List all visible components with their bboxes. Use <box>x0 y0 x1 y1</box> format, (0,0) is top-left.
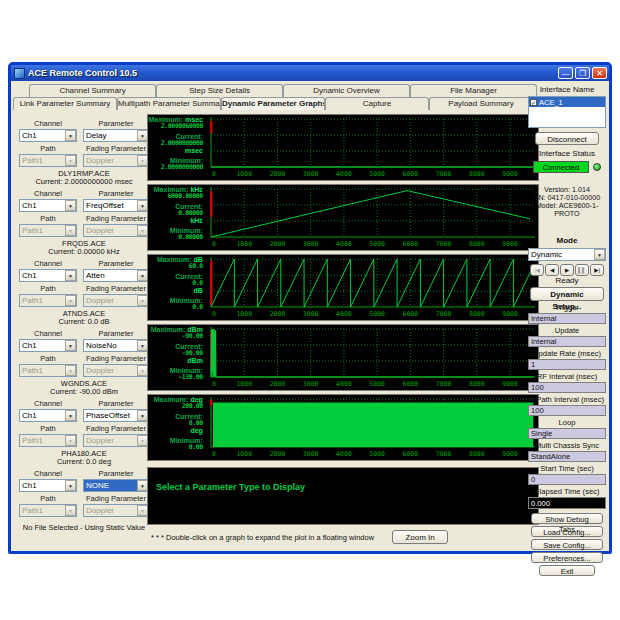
fading-parameter-select: Doppler▼ <box>83 504 149 517</box>
svg-text:8000: 8000 <box>469 170 485 178</box>
plot-canvas[interactable]: 0100020003000400050006000700080009000 <box>205 325 538 390</box>
chevron-down-icon[interactable]: ▼ <box>65 340 76 351</box>
plot-canvas[interactable]: 0100020003000400050006000700080009000 <box>205 115 538 180</box>
parameter-select[interactable]: NONE▼ <box>83 479 149 492</box>
graph-noise[interactable]: Maximum:dBm -90.00 Current: -90.00 dBm M… <box>147 324 539 391</box>
tab-capture[interactable]: Capture <box>325 97 429 110</box>
update-rate-label: Update Rate (msec) <box>528 350 606 358</box>
parameter-select[interactable]: NoiseNo▼ <box>83 339 149 352</box>
mpath-interval-field[interactable]: 100 <box>528 405 606 416</box>
minimize-button[interactable]: — <box>558 67 573 79</box>
maximize-button[interactable]: ❐ <box>575 67 590 79</box>
skip-to-end-button[interactable]: ▶| <box>590 264 604 276</box>
loop-field[interactable]: Single <box>528 428 606 439</box>
graph-freqoffset[interactable]: Maximum:kHz 6000.00000 Current: 0.00000 … <box>147 184 539 251</box>
chevron-down-icon[interactable]: ▼ <box>594 249 605 260</box>
svg-text:4000: 4000 <box>336 240 352 248</box>
tab-file-manager[interactable]: File Manager <box>410 84 537 97</box>
channel-select[interactable]: Ch1▼ <box>19 409 77 422</box>
tab-multipath-parameter-summary[interactable]: Multipath Parameter Summary <box>117 97 221 110</box>
show-debug-tabs-button[interactable]: Show Debug Tabs <box>531 513 603 524</box>
parameter-select[interactable]: Atten▼ <box>83 269 149 282</box>
title-bar[interactable]: ACE Remote Control 10.5 — ❐ ✕ <box>11 65 609 81</box>
svg-text:8000: 8000 <box>469 450 485 458</box>
mode-select[interactable]: Dynamic ▼ <box>528 248 606 261</box>
tab-link-parameter-summary[interactable]: Link Parameter Summary <box>13 97 117 110</box>
parameter-column: ChannelParameter Ch1▼ Delay▼ PathFading … <box>19 110 149 549</box>
start-time-field[interactable]: 0 <box>528 474 606 485</box>
dynamic-setup-button[interactable]: Dynamic Setup... <box>530 287 604 301</box>
tab-payload-summary[interactable]: Payload Summary <box>429 97 533 110</box>
graph-delay[interactable]: Maximum:msec 2.0000060000 Current: 2.000… <box>147 114 539 181</box>
chevron-down-icon: ▼ <box>65 435 76 446</box>
fading-parameter-select: Doppler▼ <box>83 224 149 237</box>
chevron-down-icon[interactable]: ▼ <box>65 130 76 141</box>
status-badge: Connected <box>533 161 589 173</box>
fading-parameter-select: Doppler▼ <box>83 294 149 307</box>
pause-button[interactable]: ▌▌ <box>575 264 589 276</box>
path-select: Path1▼ <box>19 434 77 447</box>
elapsed-time-field: 0.000 <box>528 497 606 509</box>
multi-chassis-sync-field[interactable]: StandAlone <box>528 451 606 462</box>
exit-button[interactable]: Exit <box>539 565 595 576</box>
rf-interval-field[interactable]: 100 <box>528 382 606 393</box>
channel-select[interactable]: Ch1▼ <box>19 269 77 282</box>
plot-canvas[interactable]: 0100020003000400050006000700080009000 <box>205 255 538 320</box>
plot-canvas[interactable]: 0100020003000400050006000700080009000 <box>205 395 538 460</box>
channel-select[interactable]: Ch1▼ <box>19 339 77 352</box>
save-config-button[interactable]: Save Config... <box>531 539 603 550</box>
current-value: Current: 0.00000 kHz <box>19 248 149 256</box>
current-value: 0.00 <box>149 420 203 427</box>
chevron-down-icon[interactable]: ▼ <box>65 270 76 281</box>
max-value: 60.0 <box>149 263 203 270</box>
svg-text:0: 0 <box>212 170 216 178</box>
min-value: 0.00 <box>149 444 203 451</box>
tab-step-size-details[interactable]: Step Size Details <box>156 84 283 97</box>
channel-select[interactable]: Ch1▼ <box>19 199 77 212</box>
chevron-down-icon[interactable]: ▼ <box>65 480 76 491</box>
app-window: ACE Remote Control 10.5 — ❐ ✕ Channel Su… <box>8 62 612 554</box>
svg-text:7000: 7000 <box>436 380 452 388</box>
preferences-button[interactable]: Preferences... <box>531 552 603 563</box>
tab-dynamic-parameter-graphs[interactable]: Dynamic Parameter Graphs <box>221 97 325 110</box>
chevron-down-icon[interactable]: ▼ <box>65 200 76 211</box>
mpath-interval-label: MPath Interval (msec) <box>528 396 606 404</box>
interface-listbox[interactable]: ✓ ACE_1 <box>528 96 606 128</box>
chevron-down-icon[interactable]: ▼ <box>65 410 76 421</box>
load-config-button[interactable]: Load Config... <box>531 526 603 537</box>
interface-list-item[interactable]: ✓ ACE_1 <box>529 97 605 107</box>
graph-atten[interactable]: Maximum:dB 60.0 Current: 0.0 dB Minimum:… <box>147 254 539 321</box>
skip-to-start-button[interactable]: |◀ <box>530 264 544 276</box>
svg-text:4000: 4000 <box>336 170 352 178</box>
update-field[interactable]: Internal <box>528 336 606 347</box>
disconnect-button[interactable]: Disconnect <box>535 132 599 145</box>
checkbox-checked-icon[interactable]: ✓ <box>530 99 537 106</box>
zoom-in-button[interactable]: Zoom In <box>392 530 448 544</box>
parameter-select[interactable]: FreqOffset▼ <box>83 199 149 212</box>
tab-channel-summary[interactable]: Channel Summary <box>29 84 156 97</box>
channel-select[interactable]: Ch1▼ <box>19 479 77 492</box>
channel-select[interactable]: Ch1▼ <box>19 129 77 142</box>
tab-dynamic-overview[interactable]: Dynamic Overview <box>283 84 410 97</box>
parameter-select[interactable]: Delay▼ <box>83 129 149 142</box>
play-button[interactable]: ▶ <box>560 264 574 276</box>
parameter-select[interactable]: PhaseOffset▼ <box>83 409 149 422</box>
current-value: 0.0 <box>149 280 203 287</box>
update-rate-field[interactable]: 1 <box>528 359 606 370</box>
fading-parameter-select: Doppler▼ <box>83 154 149 167</box>
graph-phaseoffset[interactable]: Maximum:deg 200.00 Current: 0.00 deg Min… <box>147 394 539 461</box>
svg-text:6000: 6000 <box>402 380 418 388</box>
svg-text:2000: 2000 <box>269 310 285 318</box>
step-back-button[interactable]: ◀ <box>545 264 559 276</box>
svg-text:7000: 7000 <box>436 240 452 248</box>
svg-text:8000: 8000 <box>469 240 485 248</box>
current-unit: kHz <box>149 217 203 224</box>
app-icon <box>14 68 25 79</box>
close-button[interactable]: ✕ <box>592 67 607 79</box>
trigger-field[interactable]: Internal <box>528 313 606 324</box>
current-value: Current: 0.0 deg <box>19 458 149 466</box>
mode-label: Mode <box>528 237 606 245</box>
right-panel: Interface Name ✓ ACE_1 Disconnect Interf… <box>528 83 606 547</box>
current-value: 0.00000 <box>149 210 203 217</box>
plot-canvas[interactable]: 0100020003000400050006000700080009000 <box>205 185 538 250</box>
